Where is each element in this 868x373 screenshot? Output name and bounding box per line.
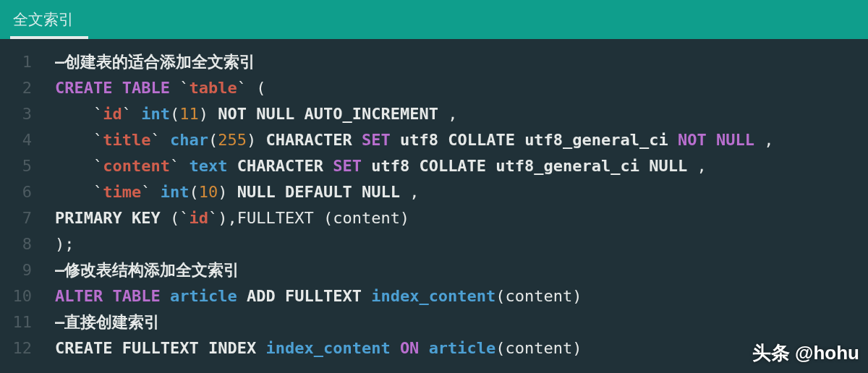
code-token: (: [189, 183, 198, 201]
code-token: FULLTEXT: [122, 339, 199, 357]
code-editor[interactable]: 123456789101112 –创建表的适合添加全文索引CREATE TABL…: [0, 39, 868, 373]
tab-bar: 全文索引: [0, 0, 868, 39]
code-token: ,: [687, 157, 707, 175]
code-token: COLLATE: [448, 131, 515, 149]
code-token: `: [55, 157, 103, 175]
code-token: text: [189, 157, 227, 175]
code-token: [486, 157, 495, 175]
code-token: SET: [333, 157, 362, 175]
line-number: 4: [0, 127, 42, 153]
code-line: `content` text CHARACTER SET utf8 COLLAT…: [55, 153, 868, 179]
code-line: PRIMARY KEY (`id`),FULLTEXT (content): [55, 205, 868, 231]
line-number: 2: [0, 75, 42, 101]
line-number: 7: [0, 205, 42, 231]
code-content[interactable]: –创建表的适合添加全文索引CREATE TABLE `table` ( `id`…: [42, 39, 868, 373]
code-token: PRIMARY: [55, 209, 122, 227]
code-token: [161, 287, 170, 305]
code-token: DEFAULT NULL: [285, 183, 400, 201]
code-token: [276, 287, 285, 305]
code-token: `),FULLTEXT (content): [208, 209, 409, 227]
code-token: TABLE: [122, 79, 170, 97]
code-token: ALTER: [55, 287, 103, 305]
code-token: [419, 339, 428, 357]
code-token: ` (: [237, 79, 266, 97]
code-token: ,: [438, 105, 458, 123]
code-token: [409, 157, 419, 175]
code-token: [112, 339, 122, 357]
code-token: (: [208, 131, 218, 149]
code-token: ,: [754, 131, 774, 149]
line-number: 8: [0, 231, 42, 257]
line-number: 11: [0, 309, 42, 335]
line-number: 3: [0, 101, 42, 127]
line-number-gutter: 123456789101112: [0, 39, 42, 373]
code-line: –直接创建索引: [55, 309, 868, 335]
code-token: [391, 131, 400, 149]
code-token: NULL: [649, 157, 687, 175]
code-line: CREATE TABLE `table` (: [55, 75, 868, 101]
code-token: ON: [400, 339, 420, 357]
code-token: `: [170, 79, 190, 97]
code-token: utf8: [400, 131, 438, 149]
line-number: 1: [0, 49, 42, 75]
code-token: utf8: [371, 157, 409, 175]
code-token: (: [170, 105, 179, 123]
code-token: [227, 157, 237, 175]
code-token: –创建表的适合添加全文索引: [55, 53, 255, 71]
code-token: [237, 287, 247, 305]
line-number: 6: [0, 179, 42, 205]
code-token: NOT NULL: [678, 131, 754, 149]
code-token: CREATE: [55, 339, 112, 357]
code-token: KEY: [132, 209, 161, 227]
code-token: table: [189, 79, 237, 97]
watermark: 头条 @hohu: [752, 340, 859, 366]
code-line: `id` int(11) NOT NULL AUTO_INCREMENT ,: [55, 101, 868, 127]
code-token: index_content: [371, 287, 495, 305]
code-token: ,: [400, 183, 420, 201]
code-line: );: [55, 231, 868, 257]
code-token: ): [199, 105, 218, 123]
code-token: ): [218, 183, 237, 201]
code-token: 10: [199, 183, 218, 201]
code-token: int: [161, 183, 190, 201]
code-token: (content): [495, 339, 582, 357]
code-token: [639, 157, 649, 175]
code-token: [323, 157, 333, 175]
code-token: CREATE: [55, 79, 112, 97]
code-token: int: [141, 105, 170, 123]
code-token: article: [429, 339, 496, 357]
line-number: 10: [0, 283, 42, 309]
code-token: TABLE: [112, 287, 160, 305]
code-token: [122, 209, 132, 227]
code-token: –修改表结构添加全文索引: [55, 261, 239, 279]
code-token: CHARACTER: [265, 131, 352, 149]
code-token: id: [189, 209, 208, 227]
code-token: title: [103, 131, 150, 149]
code-token: ): [247, 131, 266, 149]
code-token: `: [55, 183, 103, 201]
code-token: `: [141, 183, 161, 201]
code-token: ADD: [247, 287, 276, 305]
code-token: utf8_general_ci: [495, 157, 639, 175]
line-number: 9: [0, 257, 42, 283]
code-token: `: [150, 131, 170, 149]
code-token: [112, 79, 122, 97]
line-number: 12: [0, 335, 42, 361]
code-token: );: [55, 235, 75, 253]
code-token: `: [55, 131, 103, 149]
code-token: [362, 157, 371, 175]
code-token: [391, 339, 400, 357]
code-token: (content): [495, 287, 582, 305]
code-token: [515, 131, 524, 149]
code-token: [199, 339, 208, 357]
code-token: [352, 131, 362, 149]
code-token: FULLTEXT: [285, 287, 362, 305]
code-token: utf8_general_ci: [524, 131, 668, 149]
code-token: CHARACTER: [237, 157, 323, 175]
code-token: 11: [179, 105, 199, 123]
code-line: CREATE FULLTEXT INDEX index_content ON a…: [55, 335, 868, 361]
code-token: char: [170, 131, 208, 149]
tab-fulltext-index[interactable]: 全文索引: [7, 0, 85, 39]
code-line: `time` int(10) NULL DEFAULT NULL ,: [55, 179, 868, 205]
code-token: content: [103, 157, 170, 175]
